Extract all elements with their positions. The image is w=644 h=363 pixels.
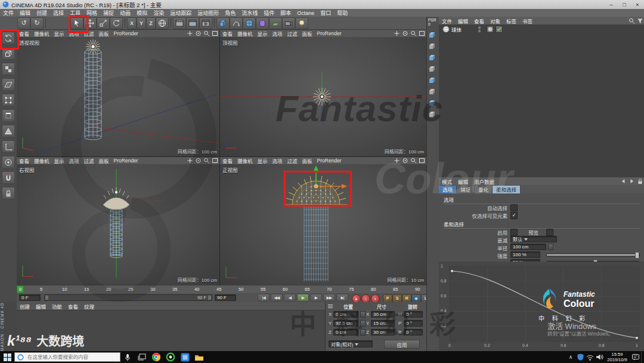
viewport-canvas[interactable]: 顶视图 网格间距：100 cm [220, 37, 426, 156]
viewport-front[interactable]: 查看 摄像机 显示 选项 过滤 面板 ProRender [220, 157, 426, 285]
lock-x-button[interactable]: X [127, 17, 137, 29]
maximize-view-icon[interactable] [418, 158, 426, 164]
search-input[interactable] [26, 353, 117, 361]
vp-menu-filter[interactable]: 过滤 [82, 157, 97, 164]
volume-icon[interactable] [595, 351, 604, 363]
model-mode-button[interactable] [2, 47, 15, 60]
vp-menu-options[interactable]: 选项 [270, 30, 285, 37]
spinner[interactable] [360, 311, 366, 318]
chrome-app[interactable] [149, 351, 163, 363]
lock-workplane-button[interactable] [2, 187, 15, 199]
filter-icon[interactable] [636, 17, 644, 24]
next-key-button[interactable]: ▶▶ [323, 294, 335, 302]
menu-motion-tracker[interactable]: 运动跟踪 [167, 9, 194, 17]
tab-options[interactable]: 选项 [439, 186, 457, 193]
palette-cube-icon[interactable] [428, 88, 438, 96]
orbit-view-icon[interactable] [401, 30, 409, 37]
rot-p-field[interactable]: 0 ° [404, 320, 423, 327]
mm-menu-view[interactable]: 查看 [65, 302, 81, 310]
vp-menu-filter[interactable]: 过滤 [82, 30, 97, 37]
vp-menu-panel[interactable]: 面板 [97, 157, 112, 164]
goto-start-button[interactable]: |◀ [258, 294, 270, 302]
rot-h-field[interactable]: 0 ° [404, 311, 423, 318]
preview-range-slider[interactable]: 90 F [44, 294, 212, 301]
browser-app[interactable] [163, 351, 178, 363]
mic-button[interactable] [120, 351, 135, 363]
edges-mode-button[interactable] [2, 109, 15, 122]
action-center-button[interactable] [630, 351, 641, 363]
polygons-mode-button[interactable] [2, 125, 15, 137]
auto-select-checkbox[interactable] [510, 204, 518, 211]
task-view-button[interactable] [135, 351, 149, 363]
vp-menu-camera[interactable]: 摄像机 [32, 157, 52, 164]
menu-snap[interactable]: 捕捉 [100, 9, 117, 17]
mm-menu-texture[interactable]: 纹理 [81, 302, 97, 310]
menu-plugins[interactable]: 插件 [261, 9, 277, 17]
record-scale-toggle[interactable]: S [392, 294, 402, 303]
menu-create[interactable]: 创建 [33, 9, 50, 17]
pos-x-field[interactable]: 0 cm [333, 311, 358, 318]
menu-edit[interactable]: 编辑 [17, 9, 33, 17]
spline-pen-menu[interactable] [230, 17, 243, 29]
vp-menu-view[interactable]: 查看 [220, 157, 235, 164]
palette-cube-icon[interactable] [428, 99, 438, 107]
pan-view-icon[interactable] [393, 158, 401, 164]
radius-field[interactable]: 100 cm [510, 244, 546, 250]
spinner[interactable] [360, 320, 366, 327]
redo-button[interactable]: ↻ [30, 17, 44, 29]
tab-soft-selection[interactable]: 柔和选择 [493, 186, 521, 193]
tab-snap[interactable]: 捕捉 [457, 186, 475, 193]
vp-menu-options[interactable]: 选项 [67, 157, 82, 164]
subdivision-surface-menu[interactable] [243, 17, 256, 29]
am-menu-mode[interactable]: 模式 [439, 177, 455, 185]
viewport-right[interactable]: 查看 摄像机 显示 选项 过滤 面板 ProRender [17, 157, 219, 285]
orbit-view-icon[interactable] [401, 158, 409, 164]
menu-help[interactable]: 帮助 [334, 9, 351, 17]
maximize-view-icon[interactable] [418, 30, 426, 37]
menu-script[interactable]: 脚本 [277, 9, 294, 17]
tray-chevron-icon[interactable]: ∧ [566, 351, 575, 363]
coordinate-system-button[interactable] [156, 17, 169, 29]
vp-menu-panel[interactable]: 面板 [97, 30, 112, 37]
coords-mode-dropdown[interactable]: 对象(相对) [329, 340, 373, 347]
vp-menu-prorender[interactable]: ProRender [112, 30, 141, 36]
viewport-top[interactable]: 查看 摄像机 显示 选项 过滤 面板 ProRender [220, 30, 426, 156]
menu-pipeline[interactable]: 流水线 [239, 9, 261, 17]
vp-menu-filter[interactable]: 过滤 [285, 157, 300, 164]
maximize-button[interactable]: □ [618, 0, 631, 9]
palette-cube-icon[interactable] [428, 65, 438, 73]
end-frame-field[interactable]: 90 F [215, 294, 236, 301]
enable-checkbox[interactable] [510, 229, 518, 236]
orbit-view-icon[interactable] [194, 30, 202, 37]
maximize-view-icon[interactable] [211, 30, 219, 37]
vp-menu-panel[interactable]: 面板 [300, 30, 315, 37]
visibility-dots-icon[interactable] [477, 26, 482, 33]
pos-y-field[interactable]: 92.5 cm [333, 320, 358, 327]
orbit-view-icon[interactable] [194, 158, 202, 164]
history-forward-icon[interactable] [628, 178, 636, 184]
record-position-toggle[interactable]: P [383, 294, 392, 303]
menu-octane[interactable]: Octane [294, 9, 317, 17]
rot-b-field[interactable]: 0 ° [404, 329, 423, 336]
menu-file[interactable]: 文件 [0, 9, 17, 17]
vp-menu-display[interactable]: 显示 [255, 157, 270, 164]
only-visible-checkbox[interactable] [510, 212, 518, 219]
history-back-icon[interactable] [620, 178, 627, 184]
om-menu-bookmarks[interactable]: 书签 [519, 17, 535, 24]
taskbar-search[interactable] [14, 352, 120, 362]
lock-z-button[interactable]: Z [146, 17, 156, 29]
pan-view-icon[interactable] [186, 30, 194, 37]
viewport-canvas[interactable]: 右视图 网格间距：100 cm [17, 164, 219, 285]
om-menu-view[interactable]: 查看 [471, 17, 487, 24]
vp-menu-view[interactable]: 查看 [17, 30, 32, 37]
lock-y-button[interactable]: Y [137, 17, 146, 29]
section-soft-selection[interactable]: 柔和选择 [444, 220, 640, 229]
apply-button[interactable]: 应用 [384, 340, 420, 349]
menu-render[interactable]: 渲染 [150, 9, 167, 17]
next-frame-button[interactable]: ▶ [310, 294, 322, 302]
om-menu-file[interactable]: 文件 [439, 17, 455, 24]
file-explorer-app[interactable] [192, 351, 206, 363]
om-menu-tags[interactable]: 标签 [503, 17, 519, 24]
viewport-canvas[interactable]: 正视图 网格间距：10 cm [220, 164, 426, 285]
zoom-view-icon[interactable] [203, 30, 210, 37]
